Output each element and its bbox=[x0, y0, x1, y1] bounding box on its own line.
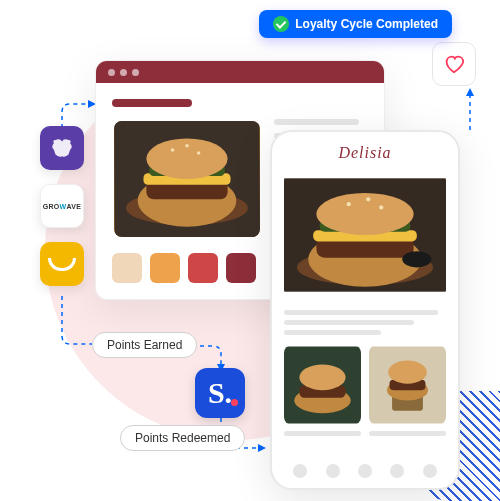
swatch-1[interactable] bbox=[112, 253, 142, 283]
grid-item-2[interactable] bbox=[369, 345, 446, 425]
window-dot bbox=[132, 69, 139, 76]
grid-item-1[interactable] bbox=[284, 345, 361, 425]
points-earned-pill: Points Earned bbox=[92, 332, 197, 358]
checkmark-icon bbox=[273, 16, 289, 32]
svg-point-24 bbox=[402, 251, 431, 267]
stamped-label: S. bbox=[208, 376, 232, 410]
loyalty-badge-label: Loyalty Cycle Completed bbox=[295, 17, 438, 31]
window-titlebar bbox=[96, 61, 384, 83]
svg-marker-2 bbox=[258, 444, 266, 452]
svg-point-28 bbox=[299, 364, 345, 390]
description-placeholder bbox=[284, 310, 446, 335]
svg-point-21 bbox=[347, 202, 351, 206]
window-dot bbox=[120, 69, 127, 76]
swatch-2[interactable] bbox=[150, 253, 180, 283]
caption-placeholder bbox=[284, 431, 361, 436]
product-image bbox=[112, 119, 262, 239]
nav-item[interactable] bbox=[423, 464, 437, 478]
hero-image[interactable] bbox=[284, 170, 446, 300]
favorite-card[interactable] bbox=[432, 42, 476, 86]
loyaltylion-icon[interactable] bbox=[40, 126, 84, 170]
swatch-4[interactable] bbox=[226, 253, 256, 283]
app-brand-title: Delisia bbox=[284, 144, 446, 162]
smile-icon[interactable] bbox=[40, 242, 84, 286]
growave-icon[interactable]: GROWAVE bbox=[40, 184, 84, 228]
swatch-3[interactable] bbox=[188, 253, 218, 283]
svg-point-33 bbox=[388, 361, 427, 384]
growave-label: GROWAVE bbox=[43, 203, 82, 210]
loyalty-completed-badge: Loyalty Cycle Completed bbox=[259, 10, 452, 38]
stamped-icon[interactable]: S. bbox=[195, 368, 245, 418]
heart-icon bbox=[443, 53, 465, 75]
svg-point-22 bbox=[366, 197, 370, 201]
mobile-app-preview: Delisia bbox=[270, 130, 460, 490]
title-placeholder bbox=[112, 99, 192, 107]
color-swatches bbox=[112, 253, 262, 283]
nav-item[interactable] bbox=[293, 464, 307, 478]
window-dot bbox=[108, 69, 115, 76]
nav-item[interactable] bbox=[390, 464, 404, 478]
caption-placeholder bbox=[369, 431, 446, 436]
points-redeemed-pill: Points Redeemed bbox=[120, 425, 245, 451]
stamped-dot-icon bbox=[231, 399, 238, 406]
nav-item[interactable] bbox=[326, 464, 340, 478]
nav-item[interactable] bbox=[358, 464, 372, 478]
svg-marker-3 bbox=[466, 88, 474, 96]
svg-point-13 bbox=[197, 151, 200, 154]
svg-point-23 bbox=[379, 205, 383, 209]
integration-icons: GROWAVE bbox=[40, 126, 84, 286]
bottom-nav bbox=[272, 464, 458, 478]
svg-point-11 bbox=[171, 148, 174, 151]
svg-point-20 bbox=[316, 193, 413, 235]
svg-point-12 bbox=[185, 144, 188, 147]
